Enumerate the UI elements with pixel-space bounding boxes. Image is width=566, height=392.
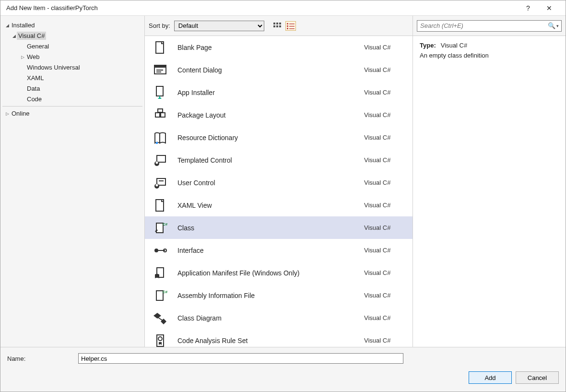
page-icon — [153, 40, 168, 55]
template-label: Blank Page — [177, 44, 354, 51]
detail-type-value: Visual C# — [441, 42, 467, 49]
assembly-icon — [153, 288, 168, 303]
template-row[interactable]: Content DialogVisual C# — [145, 59, 413, 81]
template-label: Class Diagram — [177, 314, 354, 322]
template-label: Interface — [177, 247, 354, 254]
template-label: Package Layout — [177, 111, 354, 119]
tree-item-label: Online — [10, 109, 31, 118]
tree-item-installed[interactable]: ◢ Installed — [2, 20, 142, 30]
tree-item-online[interactable]: ▷ Online — [2, 108, 142, 119]
template-row[interactable]: Templated ControlVisual C# — [145, 149, 413, 171]
view-tiles-button[interactable] — [272, 21, 283, 31]
svg-rect-3 — [273, 25, 275, 27]
template-lang: Visual C# — [364, 224, 405, 231]
svg-rect-4 — [276, 25, 278, 27]
dialog-icon — [153, 62, 168, 78]
sort-dropdown[interactable]: Default — [174, 21, 264, 31]
template-lang: Visual C# — [364, 44, 405, 51]
template-row[interactable]: XAML ViewVisual C# — [145, 194, 413, 216]
sort-label: Sort by: — [149, 22, 170, 29]
svg-rect-1 — [276, 23, 278, 24]
svg-rect-9 — [289, 26, 295, 27]
tree-item-label: Visual C# — [17, 32, 46, 40]
svg-rect-2 — [279, 23, 281, 24]
template-lang: Visual C# — [364, 292, 405, 299]
tree-item-windows-universal[interactable]: Windows Universal — [2, 62, 142, 72]
chevron-down-icon: ◢ — [4, 23, 10, 28]
tiles-icon — [273, 23, 281, 29]
detail-description: An empty class definition — [420, 52, 559, 59]
svg-rect-11 — [289, 28, 295, 29]
details-body: Type: Visual C# An empty class definitio… — [413, 36, 566, 65]
tree-item-label: General — [25, 42, 50, 50]
template-row[interactable]: Blank PageVisual C# — [145, 36, 413, 59]
class-icon — [153, 220, 168, 236]
view-list-button[interactable] — [285, 21, 296, 31]
name-row: Name: — [7, 353, 559, 364]
template-label: Application Manifest File (Windows Only) — [177, 269, 354, 277]
template-pane: Sort by: Default Blank PageVisual C#Cont… — [144, 16, 413, 347]
template-label: Class — [177, 224, 354, 232]
template-row[interactable]: Class DiagramVisual C# — [145, 307, 413, 329]
tree-item-general[interactable]: General — [2, 41, 142, 51]
search-icon[interactable]: 🔍▾ — [545, 22, 561, 29]
detail-type-key: Type: — [420, 42, 436, 49]
svg-rect-8 — [287, 25, 288, 27]
template-label: Code Analysis Rule Set — [177, 337, 354, 344]
svg-rect-7 — [289, 24, 295, 24]
template-lang: Visual C# — [364, 179, 405, 186]
template-lang: Visual C# — [364, 202, 405, 209]
template-row[interactable]: User ControlVisual C# — [145, 171, 413, 194]
tree-item-xaml[interactable]: XAML — [2, 73, 142, 83]
name-input[interactable] — [78, 353, 403, 364]
template-label: Templated Control — [177, 156, 354, 164]
template-lang: Visual C# — [364, 314, 405, 321]
svg-rect-0 — [273, 23, 275, 24]
template-label: User Control — [177, 179, 354, 187]
template-row[interactable]: Resource DictionaryVisual C# — [145, 126, 413, 149]
tree-item-web[interactable]: ▷ Web — [2, 52, 142, 62]
close-button[interactable]: ✕ — [539, 4, 560, 12]
uctrl-icon — [153, 175, 168, 190]
search-box[interactable]: 🔍▾ — [417, 20, 562, 32]
manifest-icon — [153, 265, 168, 281]
template-list[interactable]: Blank PageVisual C#Content DialogVisual … — [145, 36, 413, 347]
template-lang: Visual C# — [364, 247, 405, 254]
template-row[interactable]: Code Analysis Rule SetVisual C# — [145, 329, 413, 347]
footer: Name: Add Cancel — [0, 347, 566, 392]
template-lang: Visual C# — [364, 111, 405, 119]
diagram-icon — [153, 310, 168, 326]
template-row[interactable]: Package LayoutVisual C# — [145, 104, 413, 126]
svg-rect-6 — [287, 23, 288, 24]
tree-item-label: Windows Universal — [25, 63, 82, 71]
template-lang: Visual C# — [364, 66, 405, 73]
chevron-right-icon: ▷ — [20, 55, 25, 59]
template-label: Content Dialog — [177, 66, 354, 74]
template-lang: Visual C# — [364, 337, 405, 344]
tree-item-label: XAML — [25, 74, 45, 82]
template-row[interactable]: App InstallerVisual C# — [145, 81, 413, 104]
template-row[interactable]: ClassVisual C# — [145, 216, 413, 239]
search-input[interactable] — [417, 22, 545, 29]
tree-item-label: Code — [25, 95, 43, 103]
main-area: ◢ Installed ◢ Visual C# General ▷ Web Wi… — [0, 16, 566, 347]
sort-toolbar: Sort by: Default — [145, 16, 413, 36]
svg-rect-5 — [279, 25, 281, 27]
chevron-down-icon: ◢ — [11, 34, 17, 38]
template-row[interactable]: InterfaceVisual C# — [145, 239, 413, 261]
name-label: Name: — [7, 355, 74, 362]
list-icon — [287, 23, 295, 29]
cancel-button[interactable]: Cancel — [516, 371, 559, 384]
tree-item-label: Installed — [10, 21, 36, 29]
svg-rect-10 — [287, 28, 288, 29]
help-button[interactable]: ? — [518, 4, 539, 12]
template-lang: Visual C# — [364, 134, 405, 141]
template-row[interactable]: Application Manifest File (Windows Only)… — [145, 261, 413, 284]
tree-item-data[interactable]: Data — [2, 83, 142, 94]
tree-item-visual-csharp[interactable]: ◢ Visual C# — [2, 31, 142, 41]
tree-item-code[interactable]: Code — [2, 94, 142, 104]
tree-item-label: Web — [25, 53, 41, 61]
add-button[interactable]: Add — [469, 371, 512, 384]
template-row[interactable]: Assembly Information FileVisual C# — [145, 284, 413, 307]
chevron-right-icon: ▷ — [4, 111, 10, 116]
